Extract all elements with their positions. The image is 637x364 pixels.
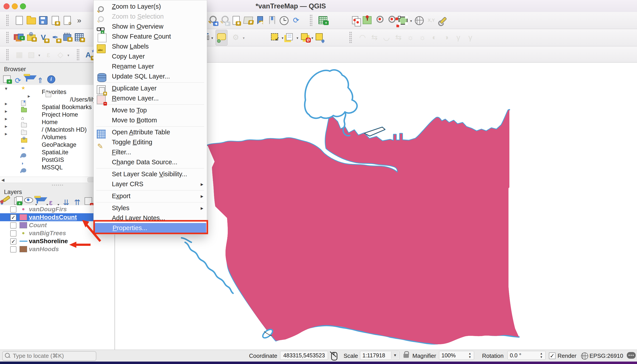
layer-visibility-checkbox[interactable]: ✓ [10, 214, 17, 220]
xy-tools-button[interactable]: X,Y [426, 13, 437, 28]
menu-item-move-to-top[interactable]: Move to Top [94, 105, 207, 115]
magnifier-spinbox[interactable]: 100% ▲▼ [439, 351, 474, 360]
menu-item-update-sql-layer[interactable]: Update SQL Layer... [94, 72, 207, 81]
disclosure-triangle-icon[interactable]: ▸ [5, 100, 10, 108]
layer-symbol-swatch[interactable] [22, 208, 25, 210]
select-features-button[interactable]: ▾ [269, 30, 280, 45]
toolbar-overflow-chevron[interactable]: » [74, 13, 85, 28]
add-postgis-layer-button[interactable]: ✱ [62, 30, 73, 45]
toolbar-handle[interactable] [72, 47, 84, 62]
refresh-browser-button[interactable]: ⟳ [13, 74, 23, 85]
scale-combobox[interactable]: 1:117918 ▼ [360, 351, 399, 360]
magnifier-stepper-icons[interactable]: ▲▼ [467, 352, 473, 359]
menu-item-rename-layer[interactable]: Rename Layer [94, 62, 207, 72]
refresh-map-button[interactable]: ⟳ [290, 13, 302, 28]
open-project-button[interactable] [26, 13, 37, 28]
properties-widget-button[interactable] [46, 74, 57, 85]
disclosure-triangle-icon[interactable]: ▾ [5, 85, 10, 92]
toolbar-handle[interactable] [305, 13, 317, 28]
zoom-next-button[interactable]: ▶ [219, 13, 230, 28]
menu-item-show-labels[interactable]: Show Labels [94, 42, 207, 52]
layer-row-vanshoreline[interactable]: ✓ vanShoreline [0, 237, 115, 245]
layer-symbol-swatch[interactable] [20, 214, 27, 220]
locate-input[interactable] [13, 352, 93, 360]
menu-item-change-data-source[interactable]: Change Data Source... [94, 157, 207, 167]
show-spatial-bookmarks-button[interactable] [266, 13, 278, 28]
maximize-window-button[interactable] [20, 3, 26, 9]
close-window-button[interactable] [4, 3, 10, 9]
vertex-tool-button[interactable]: ε [43, 47, 54, 62]
set-map-extent-button[interactable]: ▾ [397, 13, 409, 28]
new-spatial-bookmark-button[interactable]: ✱ [254, 13, 266, 28]
temporal-controller-button[interactable] [278, 13, 290, 28]
dropdown-arrow-icon[interactable]: ▾ [311, 36, 313, 40]
move-feature-button[interactable]: ▧▾ [26, 47, 37, 62]
zoom-last-button[interactable]: ◀ [206, 13, 218, 28]
menu-item-show-in-overview[interactable]: Show in Overview [94, 22, 207, 32]
zoom-to-selected-layers-button[interactable] [385, 13, 397, 28]
layer-symbol-swatch[interactable] [20, 241, 28, 242]
menu-item-show-feature-count[interactable]: Show Feature Count [94, 32, 207, 42]
open-data-source-manager-button[interactable]: + [14, 30, 25, 45]
menu-item-zoom-to-selection[interactable]: Zoom to Selection [94, 12, 207, 22]
new-print-layout-button[interactable]: ✱ [50, 13, 61, 28]
pin-labels-button[interactable] [361, 13, 373, 28]
dropdown-arrow-icon[interactable]: ▾ [211, 36, 213, 40]
coordinate-input[interactable]: 483315,5453523 [280, 351, 328, 360]
dropdown-arrow-icon[interactable]: ▾ [68, 53, 69, 58]
menu-item-duplicate-layer[interactable]: Duplicate Layer [94, 83, 207, 93]
metasearch-globe-button[interactable] [413, 13, 425, 28]
layer-visibility-checkbox[interactable] [10, 230, 17, 236]
layer-row-vanhoods[interactable]: vanHoods [0, 245, 115, 253]
add-spatialite-layer-button[interactable]: ✒✱ [50, 30, 61, 45]
add-selected-layers-button[interactable]: + [2, 74, 12, 85]
layer-visibility-checkbox[interactable] [10, 222, 17, 228]
add-raster-layer-button[interactable]: ✱ [74, 30, 85, 45]
collapse-all-button[interactable]: ⇑ [35, 74, 46, 85]
disclosure-triangle-icon[interactable]: ▸ [28, 92, 33, 100]
copy-layout-button[interactable] [349, 13, 361, 28]
full-histogram-stretch-button[interactable]: ⇆ [369, 30, 380, 45]
scale-lock-icon[interactable] [403, 354, 409, 358]
rotation-spinbox[interactable]: 0.0 ° ▲▼ [507, 351, 546, 360]
increase-brightness-button[interactable]: ☼ [405, 30, 416, 45]
zoom-to-selected-button[interactable] [373, 13, 385, 28]
map-tips-button[interactable] [216, 30, 228, 46]
decrease-gamma-button[interactable]: γ [465, 30, 476, 45]
show-layout-manager-button[interactable]: ⚙ [62, 13, 73, 28]
decrease-brightness-button[interactable]: ☼ [416, 30, 428, 45]
messages-bubble-icon[interactable] [627, 352, 636, 359]
options-wrench-button[interactable] [438, 13, 449, 28]
layer-visibility-checkbox[interactable] [10, 206, 17, 212]
menu-item-layer-crs[interactable]: Layer CRS ▸ [94, 179, 207, 189]
local-histogram-stretch-button[interactable]: ◠ [357, 30, 368, 45]
menu-item-filter[interactable]: Filter... [94, 147, 207, 157]
layer-symbol-swatch[interactable] [22, 232, 25, 234]
decrease-contrast-button[interactable]: ◑ [441, 30, 452, 45]
toolbar-handle[interactable] [2, 30, 13, 45]
dropdown-arrow-icon[interactable]: ▾ [243, 36, 245, 40]
menu-item-remove-layer[interactable]: Remove Layer... [94, 93, 207, 103]
menu-item-toggle-editing[interactable]: Toggle Editing [94, 137, 207, 147]
current-edits-button[interactable]: ▦ [14, 47, 25, 62]
render-checkbox[interactable]: ✓ [549, 352, 556, 359]
layer-symbol-swatch[interactable] [20, 222, 27, 228]
add-geopackage-layer-button[interactable]: ✱ [26, 30, 37, 45]
deselect-features-button[interactable]: ▾ [299, 30, 310, 45]
toolbar-handle[interactable] [345, 30, 356, 45]
increase-contrast-button[interactable]: ◐ [429, 30, 440, 45]
new-report-button[interactable]: ✱ [242, 13, 254, 28]
minimize-window-button[interactable] [12, 3, 18, 9]
panel-splitter-handle[interactable] [52, 184, 64, 186]
topology-checker-button[interactable]: ◇▾ [55, 47, 66, 62]
disclosure-triangle-icon[interactable]: ▸ [5, 108, 10, 115]
disclosure-triangle-icon[interactable]: ▸ [5, 122, 10, 130]
increase-gamma-button[interactable]: γ [453, 30, 464, 45]
menu-item-properties[interactable]: Properties... [94, 223, 206, 233]
menu-item-set-layer-scale-visibility[interactable]: Set Layer Scale Visibility... [94, 169, 207, 179]
crs-globe-icon[interactable] [581, 352, 588, 360]
menu-item-move-to-bottom[interactable]: Move to Bottom [94, 115, 207, 125]
dropdown-arrow-icon[interactable]: ▾ [38, 53, 40, 58]
dropdown-arrow-icon[interactable]: ▾ [297, 36, 298, 40]
toolbar-handle[interactable] [2, 47, 13, 62]
